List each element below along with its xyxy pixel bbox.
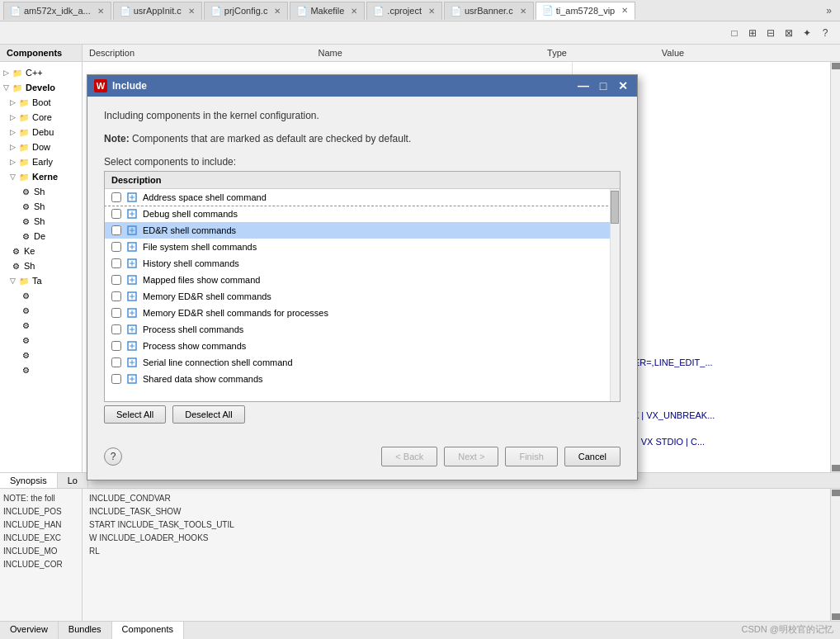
component-checkbox[interactable]	[111, 341, 121, 351]
toolbar-restore-btn[interactable]: ⊞	[744, 25, 761, 41]
list-item[interactable]: Serial line connection shell command	[105, 354, 620, 371]
tab-usrAppInit[interactable]: 📄 usrAppInit.c ✕	[113, 2, 202, 20]
toolbar-pin-btn[interactable]: ✦	[799, 25, 815, 41]
tree-item-cpp[interactable]: ▷ 📁 C++	[0, 65, 82, 80]
tab-ti-am5728[interactable]: 📄 ti_am5728_vip ✕	[536, 2, 636, 20]
bottom-line: INCLUDE_COR	[3, 558, 78, 571]
list-item[interactable]: Process show commands	[105, 338, 620, 354]
component-checkbox[interactable]	[111, 209, 121, 219]
item-icon: ⚙	[20, 334, 31, 346]
tree-item-task4[interactable]: ⚙	[0, 333, 82, 348]
tree-item-task1[interactable]: ⚙	[0, 288, 82, 303]
toolbar-tile-btn[interactable]: ⊟	[762, 25, 779, 41]
tab-close-btn[interactable]: ✕	[97, 7, 104, 16]
tree-item-develo[interactable]: ▽ 📁 Develo	[0, 80, 82, 95]
bottom-line: NOTE: the foll	[3, 492, 78, 505]
list-item[interactable]: Address space shell command	[105, 189, 620, 206]
toolbar-stack-btn[interactable]: ⊠	[781, 25, 797, 41]
modal-note: Note: Components that are marked as defa…	[104, 131, 621, 146]
deselect-all-button[interactable]: Deselect All	[172, 405, 244, 424]
cancel-button[interactable]: Cancel	[564, 447, 621, 466]
view-tab-components[interactable]: Components	[112, 622, 184, 639]
help-button[interactable]: ?	[104, 447, 122, 466]
bottom-tab-synopsis[interactable]: Synopsis	[0, 473, 58, 488]
bottom-scrollbar[interactable]	[830, 489, 840, 621]
tab-usrBanner[interactable]: 📄 usrBanner.c ✕	[444, 2, 534, 20]
list-item[interactable]: Shared data show commands	[105, 371, 620, 387]
toolbar-minimize-btn[interactable]: □	[726, 25, 743, 41]
tree-item-task3[interactable]: ⚙	[0, 318, 82, 333]
bottom-area: Synopsis Lo NOTE: the foll INCLUDE_POS I…	[0, 472, 840, 621]
expand-icon: ▽	[10, 277, 16, 285]
tab-close-btn[interactable]: ✕	[520, 7, 526, 16]
tab-prjConfig[interactable]: 📄 prjConfig.c ✕	[204, 2, 289, 20]
modal-close-btn[interactable]: ✕	[616, 78, 630, 93]
list-item[interactable]: File system shell commands	[105, 239, 620, 255]
component-label: Shared data show commands	[143, 374, 263, 384]
select-all-button[interactable]: Select All	[104, 405, 166, 424]
tree-item-sh1[interactable]: ⚙ Sh	[0, 184, 82, 199]
next-button[interactable]: Next >	[444, 447, 498, 466]
item-icon: ⚙	[20, 186, 31, 197]
tree-item-sh4[interactable]: ⚙ Sh	[0, 258, 82, 273]
component-checkbox[interactable]	[111, 374, 121, 384]
tab-overflow-btn[interactable]: »	[821, 3, 837, 18]
scrollbar-thumb[interactable]	[611, 191, 619, 224]
list-item[interactable]: Memory ED&R shell commands for processes	[105, 305, 620, 321]
bottom-tab-log[interactable]: Lo	[58, 473, 88, 488]
component-checkbox[interactable]	[111, 242, 121, 252]
list-item[interactable]: ED&R shell commands	[105, 222, 620, 239]
list-item[interactable]: History shell commands	[105, 255, 620, 272]
tab-close-btn[interactable]: ✕	[428, 7, 435, 16]
toolbar-help-btn[interactable]: ?	[817, 25, 833, 41]
back-button[interactable]: < Back	[381, 447, 437, 466]
tab-cproject[interactable]: 📄 .cproject ✕	[366, 2, 442, 20]
tree-item-task5[interactable]: ⚙	[0, 348, 82, 362]
component-checkbox[interactable]	[111, 291, 121, 301]
tab-close-btn[interactable]: ✕	[274, 7, 281, 16]
expand-icon: ▽	[10, 173, 16, 181]
component-icon	[126, 274, 138, 286]
component-checkbox[interactable]	[111, 324, 121, 334]
tree-item-task2[interactable]: ⚙	[0, 303, 82, 318]
tree-item-de[interactable]: ⚙ De	[0, 229, 82, 244]
list-scrollbar[interactable]	[610, 189, 620, 401]
view-tab-bundles[interactable]: Bundles	[59, 622, 112, 639]
component-checkbox[interactable]	[111, 308, 121, 318]
tree-item-sh3[interactable]: ⚙ Sh	[0, 214, 82, 229]
tree-item-kerne[interactable]: ▽ 📁 Kerne	[0, 169, 82, 184]
tree-item-dow[interactable]: ▷ 📁 Dow	[0, 140, 82, 154]
tab-am572x[interactable]: 📄 am572x_idk_a... ✕	[3, 2, 111, 20]
finish-button[interactable]: Finish	[505, 447, 557, 466]
component-checkbox[interactable]	[111, 357, 121, 367]
bottom-line: INCLUDE_TASK_SHOW	[89, 505, 823, 518]
component-checkbox[interactable]	[111, 275, 121, 285]
tree-item-debu[interactable]: ▷ 📁 Debu	[0, 125, 82, 140]
tree-item-sh2[interactable]: ⚙ Sh	[0, 199, 82, 214]
modal-maximize-btn[interactable]: □	[596, 78, 611, 93]
modal-minimize-btn[interactable]: —	[576, 78, 591, 93]
tab-close-btn[interactable]: ✕	[621, 6, 628, 15]
tab-close-btn[interactable]: ✕	[351, 7, 357, 16]
component-checkbox[interactable]	[111, 258, 121, 268]
tree-item-early[interactable]: ▷ 📁 Early	[0, 154, 82, 169]
component-checkbox[interactable]	[111, 192, 121, 202]
tree-item-ta[interactable]: ▽ 📁 Ta	[0, 273, 82, 288]
tree-item-core[interactable]: ▷ 📁 Core	[0, 110, 82, 125]
list-item[interactable]: Debug shell commands	[105, 206, 620, 222]
bottom-content: NOTE: the foll INCLUDE_POS INCLUDE_HAN I…	[0, 489, 840, 621]
component-icon	[126, 241, 138, 253]
list-item[interactable]: Mapped files show command	[105, 272, 620, 288]
right-scrollbar[interactable]	[830, 62, 840, 472]
list-item[interactable]: Process shell commands	[105, 321, 620, 338]
component-checkbox[interactable]	[111, 225, 121, 235]
expand-icon: ▽	[3, 83, 9, 92]
tab-makefile[interactable]: 📄 Makefile ✕	[290, 2, 365, 20]
tree-item-task6[interactable]: ⚙	[0, 362, 82, 377]
tree-item-ke[interactable]: ⚙ Ke	[0, 244, 82, 258]
bottom-right-panel: INCLUDE_CONDVAR INCLUDE_TASK_SHOW START …	[83, 489, 830, 621]
tree-item-boot[interactable]: ▷ 📁 Boot	[0, 95, 82, 110]
list-item[interactable]: Memory ED&R shell commands	[105, 288, 620, 305]
view-tab-overview[interactable]: Overview	[0, 622, 59, 639]
tab-close-btn[interactable]: ✕	[188, 7, 195, 16]
